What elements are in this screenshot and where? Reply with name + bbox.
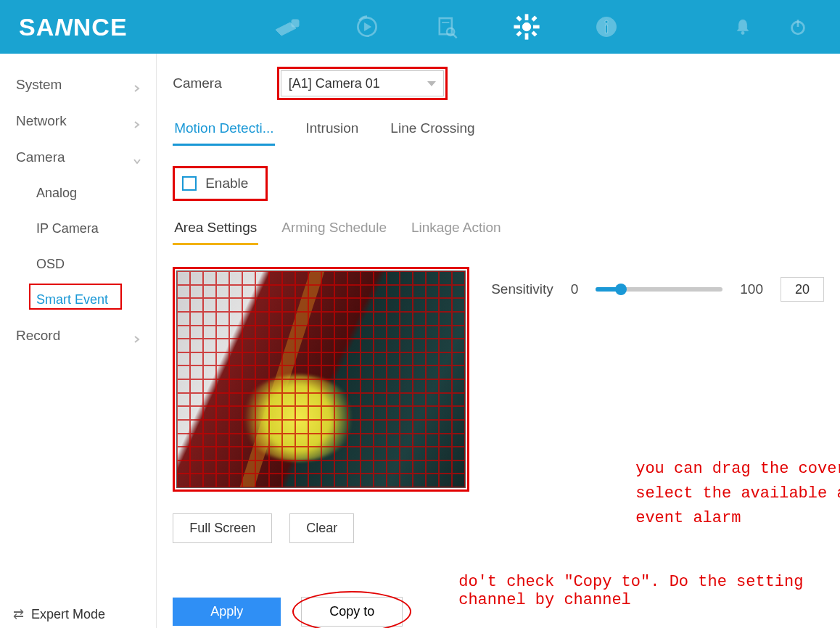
top-bar: SANNCE — [0, 0, 840, 54]
sidebar-sub-analog[interactable]: Analog — [0, 175, 156, 211]
apply-button[interactable]: Apply — [173, 598, 281, 626]
sidebar-item-network[interactable]: Network — [0, 103, 156, 139]
tab-motion-detection[interactable]: Motion Detecti... — [173, 116, 275, 146]
camera-select-value: [A1] Camera 01 — [289, 76, 380, 91]
enable-checkbox[interactable] — [182, 176, 197, 191]
sensitivity-value-input[interactable]: 20 — [781, 277, 824, 302]
sensitivity-max: 100 — [740, 281, 763, 297]
sidebar-item-camera[interactable]: Camera — [0, 139, 156, 175]
annotation-text: do't check "Copy to". Do the setting cha… — [458, 573, 840, 609]
slider-thumb[interactable] — [615, 284, 627, 295]
sensitivity-block: Sensitivity 0 100 20 — [491, 277, 824, 302]
power-icon[interactable] — [783, 12, 812, 41]
bell-icon[interactable] — [728, 12, 757, 41]
tab-intrusion[interactable]: Intrusion — [304, 116, 360, 146]
svg-rect-16 — [516, 31, 522, 36]
svg-marker-3 — [364, 23, 371, 31]
tab-line-crossing[interactable]: Line Crossing — [389, 116, 476, 146]
annotation-highlight: Enable — [173, 166, 268, 201]
camera-row: Camera [A1] Camera 01 — [173, 67, 824, 100]
clear-button[interactable]: Clear — [289, 513, 354, 543]
sidebar-label: System — [16, 77, 62, 93]
motion-area-canvas[interactable] — [176, 270, 466, 488]
svg-rect-10 — [525, 34, 528, 40]
subtab-linkage-action[interactable]: Linkage Action — [410, 217, 503, 245]
content-pane: Camera [A1] Camera 01 Motion Detecti... … — [157, 54, 840, 628]
copy-to-button[interactable]: Copy to — [301, 597, 403, 627]
sidebar-item-system[interactable]: System — [0, 67, 156, 103]
svg-point-18 — [604, 20, 607, 23]
sensitivity-label: Sensitivity — [491, 281, 553, 297]
sidebar-sub-ipcamera[interactable]: IP Camera — [0, 211, 156, 247]
sidebar-label: Network — [16, 113, 67, 129]
chevron-right-icon — [133, 331, 141, 340]
enable-row: Enable — [173, 166, 824, 201]
event-type-tabs: Motion Detecti... Intrusion Line Crossin… — [173, 116, 824, 146]
sidebar-label: Camera — [16, 149, 65, 165]
file-search-icon[interactable] — [432, 12, 461, 41]
annotation-text: you can drag the coverage to select the … — [635, 457, 840, 531]
info-icon[interactable] — [592, 12, 621, 41]
annotation-highlight — [173, 267, 469, 492]
settings-subtabs: Area Settings Arming Schedule Linkage Ac… — [173, 217, 824, 245]
sidebar: System Network Camera Analog IP Camera O… — [0, 54, 157, 628]
live-view-icon[interactable] — [273, 12, 302, 41]
copy-to-wrapper: Copy to — [300, 595, 404, 628]
settings-icon[interactable] — [512, 12, 541, 41]
camera-label: Camera — [173, 75, 222, 91]
top-menu — [273, 12, 728, 41]
sidebar-item-record[interactable]: Record — [0, 318, 156, 354]
svg-rect-19 — [605, 25, 607, 33]
subtab-arming-schedule[interactable]: Arming Schedule — [280, 217, 388, 245]
sensitivity-min: 0 — [571, 281, 579, 297]
svg-rect-15 — [532, 16, 537, 21]
chevron-down-icon — [133, 153, 141, 162]
enable-label: Enable — [205, 175, 248, 191]
full-screen-button[interactable]: Full Screen — [173, 513, 272, 543]
expert-mode-label: Expert Mode — [31, 607, 105, 622]
sidebar-sub-smart-event[interactable]: Smart Event — [0, 282, 156, 318]
chevron-right-icon — [133, 117, 141, 125]
sidebar-label: Record — [16, 328, 60, 344]
svg-rect-4 — [439, 18, 451, 34]
camera-select[interactable]: [A1] Camera 01 — [281, 70, 444, 96]
svg-rect-9 — [525, 15, 528, 20]
svg-rect-14 — [532, 31, 537, 36]
dropdown-caret-icon — [427, 81, 436, 86]
toggle-icon: ⇄ — [13, 606, 24, 622]
sidebar-sub-osd[interactable]: OSD — [0, 247, 156, 282]
svg-point-20 — [741, 31, 744, 34]
svg-rect-13 — [516, 16, 522, 21]
chevron-right-icon — [133, 80, 141, 89]
playback-icon[interactable] — [353, 12, 382, 41]
svg-rect-11 — [514, 25, 519, 28]
expert-mode-toggle[interactable]: ⇄ Expert Mode — [13, 606, 105, 622]
svg-rect-12 — [533, 25, 539, 28]
subtab-area-settings[interactable]: Area Settings — [173, 217, 258, 245]
bottom-actions: Apply Copy to — [173, 595, 404, 628]
sensitivity-slider[interactable] — [596, 287, 722, 292]
svg-line-7 — [453, 34, 456, 38]
top-right-menu — [728, 12, 812, 41]
brand-logo: SANNCE — [19, 13, 128, 41]
annotation-highlight: [A1] Camera 01 — [277, 67, 448, 100]
svg-rect-1 — [292, 20, 299, 27]
svg-point-8 — [522, 22, 530, 30]
